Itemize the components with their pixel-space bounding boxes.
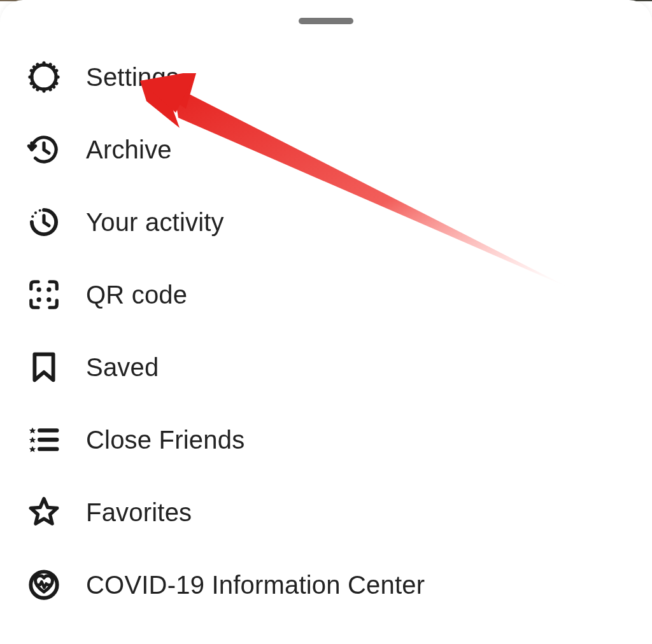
svg-point-1 (31, 215, 34, 218)
menu-item-covid-info[interactable]: COVID-19 Information Center (0, 549, 652, 621)
menu-item-label: Settings (86, 63, 179, 92)
menu-item-settings[interactable]: Settings (0, 41, 652, 113)
menu-item-saved[interactable]: Saved (0, 331, 652, 403)
svg-point-7 (46, 297, 51, 302)
svg-marker-12 (29, 437, 36, 443)
menu-item-label: QR code (86, 281, 187, 309)
drag-handle[interactable] (299, 18, 353, 24)
bookmark-icon (27, 350, 68, 384)
menu-item-your-activity[interactable]: Your activity (0, 186, 652, 258)
menu-item-label: COVID-19 Information Center (86, 571, 425, 599)
menu-item-favorites[interactable]: Favorites (0, 476, 652, 549)
svg-point-4 (37, 288, 41, 292)
svg-point-5 (46, 288, 51, 292)
svg-point-3 (39, 209, 41, 212)
svg-point-6 (37, 297, 41, 302)
menu-list: Settings Archive (0, 41, 652, 621)
menu-item-label: Saved (86, 353, 159, 382)
menu-item-archive[interactable]: Archive (0, 113, 652, 186)
gear-icon (27, 60, 68, 94)
svg-point-2 (34, 211, 37, 214)
menu-item-qr-code[interactable]: QR code (0, 258, 652, 331)
heart-badge-icon (27, 568, 68, 602)
svg-marker-14 (31, 499, 57, 524)
star-icon (27, 495, 68, 529)
svg-marker-13 (29, 446, 36, 452)
activity-icon (27, 205, 68, 239)
history-icon (27, 132, 68, 167)
menu-item-label: Your activity (86, 208, 224, 237)
menu-item-label: Archive (86, 136, 172, 164)
menu-item-label: Favorites (86, 498, 192, 527)
qrcode-icon (27, 277, 68, 312)
svg-marker-11 (29, 428, 36, 434)
menu-item-label: Close Friends (86, 426, 244, 454)
bottom-sheet: Settings Archive (0, 0, 652, 644)
close-friends-list-icon (27, 423, 68, 457)
menu-item-close-friends[interactable]: Close Friends (0, 403, 652, 476)
